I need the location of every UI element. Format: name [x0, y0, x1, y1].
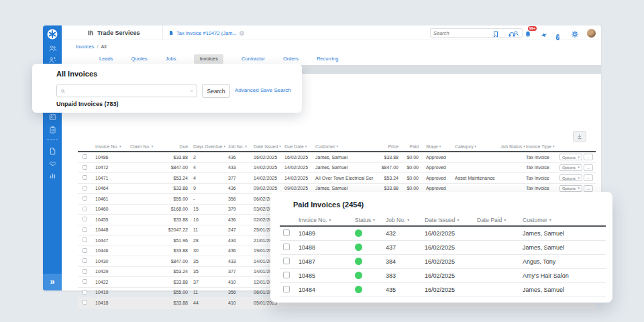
col-due[interactable]: Due [158, 144, 191, 149]
sort-caret-icon: ▾ [336, 144, 338, 148]
star-logo-icon[interactable] [46, 28, 58, 40]
document-icon[interactable] [48, 146, 57, 155]
row-checkbox[interactable] [83, 290, 87, 294]
col-job-no[interactable]: Job No.▾ [228, 144, 254, 149]
col-paid[interactable]: Paid [401, 144, 421, 149]
col-date-paid[interactable]: Date Paid▾ [477, 217, 523, 223]
more-options-button[interactable]: ... [584, 164, 593, 171]
people-icon[interactable] [48, 44, 57, 52]
open-invoice-tab[interactable]: Tax Invoice #10472 (Jam... × [162, 25, 250, 40]
options-button[interactable]: Options ▾ [559, 164, 582, 171]
tab-orders[interactable]: Orders [283, 56, 299, 62]
table-row[interactable]: 10485 383 16/02/2025 Amy's Hair Salon [280, 269, 606, 283]
kanban-board-icon[interactable] [48, 112, 57, 121]
caret-down-icon: ▾ [578, 155, 580, 159]
table-row[interactable]: 10489 432 16/02/2025 James, Samuel [280, 227, 606, 241]
row-checkbox[interactable] [283, 258, 290, 264]
save-search-link[interactable]: Save Search [260, 87, 291, 93]
tab-jobs[interactable]: Jobs [166, 56, 176, 62]
col-status[interactable]: Status▾ [355, 217, 386, 223]
table-row[interactable]: 10472 $847.00 4 433 14/02/2025 14/02/202… [78, 163, 596, 174]
help-icon[interactable]: ? [556, 30, 564, 37]
row-checkbox[interactable] [83, 248, 87, 253]
col-due-date[interactable]: Due Date▾ [284, 144, 315, 149]
row-checkbox[interactable] [83, 258, 87, 263]
person-star-icon[interactable] [48, 55, 57, 64]
table-row[interactable]: 10488 437 16/02/2025 James, Samuel [280, 241, 606, 255]
row-checkbox[interactable] [283, 272, 290, 278]
row-checkbox[interactable] [83, 269, 87, 274]
tab-invoices[interactable]: Invoices [194, 54, 223, 64]
col-customer[interactable]: Customer▾ [315, 144, 373, 149]
sort-caret-icon: ▾ [549, 218, 551, 222]
col-date-issued[interactable]: Date Issued▾ [425, 217, 477, 223]
row-checkbox[interactable] [83, 186, 87, 191]
col-invoice-no[interactable]: Invoice No.▾ [95, 144, 130, 149]
bar-chart-icon[interactable] [48, 170, 57, 179]
col-invoice-no[interactable]: Invoice No.▾ [299, 217, 355, 223]
col-price[interactable]: Price [373, 144, 401, 149]
col-claim-no[interactable]: Claim No.▾ [130, 144, 158, 149]
more-options-button[interactable]: ... [584, 185, 593, 192]
options-button[interactable]: Options ▾ [559, 174, 582, 181]
col-date-issued[interactable]: Date Issued▾ [254, 144, 284, 149]
col-days-overdue[interactable]: Days Overdue▾ [191, 144, 228, 149]
breadcrumb: Invoices / All [76, 44, 107, 50]
handshake-icon[interactable] [48, 158, 57, 167]
sidebar-expand-button[interactable]: » [43, 274, 62, 290]
more-options-button[interactable]: ... [584, 174, 593, 181]
tab-leads[interactable]: Leads [99, 56, 113, 62]
table-row[interactable]: 10484 435 16/02/2025 James, Samuel [280, 283, 606, 297]
row-checkbox[interactable] [83, 237, 87, 242]
tab-recurring[interactable]: Recurring [317, 56, 339, 62]
invoice-no-cell: 10461 [95, 197, 130, 201]
export-download-button[interactable] [573, 131, 586, 142]
row-checkbox[interactable] [83, 300, 87, 305]
row-checkbox[interactable] [83, 154, 87, 159]
table-row[interactable]: 10471 $53.24 4 377 14/02/2025 14/02/2025… [78, 173, 596, 184]
col-invoice-type[interactable]: Invoice Type▾ [526, 144, 559, 149]
invoice-no-cell: 10430 [95, 259, 130, 264]
row-checkbox[interactable] [83, 217, 87, 221]
bird-icon[interactable] [540, 29, 549, 38]
table-row[interactable]: 10487 384 16/02/2025 Angus, Tony [280, 255, 606, 269]
col-category[interactable]: Category▾ [455, 144, 500, 149]
row-checkbox[interactable] [83, 279, 87, 284]
more-options-button[interactable]: ... [584, 154, 593, 160]
days-overdue-cell: 35 [191, 259, 228, 264]
row-checkbox[interactable] [283, 229, 290, 236]
invoice-no-cell: 10489 [299, 230, 355, 237]
tab-quotes[interactable]: Quotes [131, 56, 147, 62]
col-customer[interactable]: Customer▾ [523, 217, 606, 223]
paid-invoices-table: Invoice No.▾ Status▾ Job No.▾ Date Issue… [280, 215, 606, 297]
row-checkbox[interactable] [83, 175, 87, 180]
row-checkbox[interactable] [83, 227, 87, 232]
bookmark-icon[interactable] [492, 29, 500, 38]
clipboard-icon[interactable] [48, 125, 57, 133]
due-cell: $55.00 [158, 290, 191, 294]
tab-contractor[interactable]: Contractor [241, 56, 265, 62]
col-stage[interactable]: Stage▾ [421, 144, 455, 149]
row-checkbox[interactable] [83, 196, 87, 201]
options-button[interactable]: Options ▾ [559, 154, 582, 160]
row-checkbox[interactable] [283, 244, 290, 250]
breadcrumb-section[interactable]: Invoices [76, 44, 95, 50]
row-checkbox[interactable] [283, 286, 290, 292]
table-row[interactable]: 10486 $33.88 2 436 16/02/2025 16/02/2025… [78, 152, 596, 163]
col-job-status[interactable]: Job Status▾ [500, 144, 526, 149]
row-checkbox[interactable] [83, 165, 87, 170]
options-button[interactable]: Options ▾ [559, 185, 582, 192]
notifications-bell-icon[interactable]: 99+ [524, 29, 533, 38]
invoice-search-box: × [56, 85, 197, 97]
clear-search-icon[interactable]: × [190, 88, 193, 94]
tab-close-icon[interactable]: × [239, 31, 244, 36]
headset-icon[interactable] [508, 29, 517, 38]
settings-gear-icon[interactable] [571, 29, 580, 38]
user-avatar[interactable] [587, 29, 596, 38]
col-job-no[interactable]: Job No.▾ [386, 217, 425, 223]
invoice-search-input[interactable] [68, 88, 187, 94]
advanced-search-link[interactable]: Advanced [235, 87, 259, 93]
row-checkbox[interactable] [83, 207, 87, 211]
search-button[interactable]: Search [202, 84, 230, 98]
due-cell: $847.00 [158, 259, 191, 264]
